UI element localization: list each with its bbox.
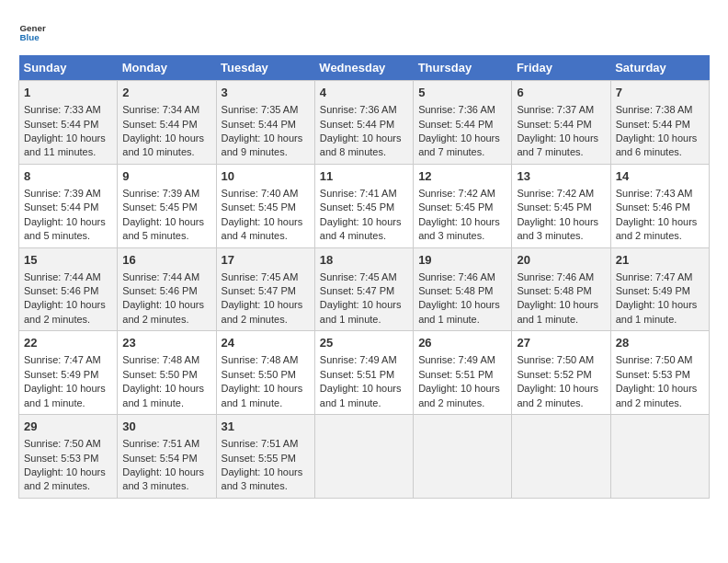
daylight: Daylight: 10 hours and 4 minutes. bbox=[222, 216, 303, 241]
header-cell-friday: Friday bbox=[512, 55, 610, 81]
sunset: Sunset: 5:48 PM bbox=[418, 285, 493, 296]
sunrise: Sunrise: 7:42 AM bbox=[517, 188, 594, 199]
day-cell: 1Sunrise: 7:33 AMSunset: 5:44 PMDaylight… bbox=[19, 81, 118, 165]
sunrise: Sunrise: 7:36 AM bbox=[320, 104, 397, 115]
day-cell: 23Sunrise: 7:48 AMSunset: 5:50 PMDayligh… bbox=[118, 331, 216, 415]
day-cell: 27Sunrise: 7:50 AMSunset: 5:52 PMDayligh… bbox=[512, 331, 610, 415]
day-cell: 10Sunrise: 7:40 AMSunset: 5:45 PMDayligh… bbox=[216, 164, 314, 247]
sunset: Sunset: 5:50 PM bbox=[122, 369, 197, 380]
week-row-1: 1Sunrise: 7:33 AMSunset: 5:44 PMDaylight… bbox=[19, 81, 710, 165]
header: General Blue bbox=[18, 18, 710, 46]
svg-text:Blue: Blue bbox=[20, 32, 40, 42]
day-number: 5 bbox=[418, 85, 506, 101]
sunset: Sunset: 5:53 PM bbox=[24, 453, 98, 464]
sunset: Sunset: 5:51 PM bbox=[320, 369, 394, 380]
sunset: Sunset: 5:46 PM bbox=[616, 201, 690, 213]
sunrise: Sunrise: 7:51 AM bbox=[122, 438, 199, 449]
day-cell: 25Sunrise: 7:49 AMSunset: 5:51 PMDayligh… bbox=[314, 331, 413, 415]
sunrise: Sunrise: 7:50 AM bbox=[616, 354, 693, 365]
day-cell: 12Sunrise: 7:42 AMSunset: 5:45 PMDayligh… bbox=[414, 164, 512, 247]
day-number: 21 bbox=[616, 252, 704, 269]
day-number: 14 bbox=[616, 168, 704, 185]
day-cell bbox=[314, 415, 413, 499]
sunrise: Sunrise: 7:51 AM bbox=[222, 438, 299, 449]
daylight: Daylight: 10 hours and 2 minutes. bbox=[616, 383, 698, 408]
header-cell-sunday: Sunday bbox=[19, 55, 118, 81]
daylight: Daylight: 10 hours and 10 minutes. bbox=[122, 132, 204, 157]
day-cell: 15Sunrise: 7:44 AMSunset: 5:46 PMDayligh… bbox=[19, 247, 118, 331]
day-number: 28 bbox=[616, 335, 704, 351]
sunset: Sunset: 5:52 PM bbox=[517, 369, 591, 380]
day-cell: 26Sunrise: 7:49 AMSunset: 5:51 PMDayligh… bbox=[414, 331, 512, 415]
svg-text:General: General bbox=[20, 23, 47, 33]
logo: General Blue bbox=[18, 18, 50, 46]
day-cell: 21Sunrise: 7:47 AMSunset: 5:49 PMDayligh… bbox=[610, 247, 709, 331]
day-number: 18 bbox=[320, 252, 408, 269]
sunrise: Sunrise: 7:47 AM bbox=[616, 271, 693, 282]
daylight: Daylight: 10 hours and 7 minutes. bbox=[517, 132, 598, 157]
sunset: Sunset: 5:45 PM bbox=[320, 201, 394, 213]
sunset: Sunset: 5:47 PM bbox=[222, 285, 296, 296]
header-cell-wednesday: Wednesday bbox=[314, 55, 413, 81]
sunrise: Sunrise: 7:35 AM bbox=[222, 104, 299, 115]
daylight: Daylight: 10 hours and 2 minutes. bbox=[517, 383, 598, 408]
header-cell-tuesday: Tuesday bbox=[216, 55, 314, 81]
day-cell: 19Sunrise: 7:46 AMSunset: 5:48 PMDayligh… bbox=[414, 247, 512, 331]
day-number: 16 bbox=[122, 252, 210, 269]
day-cell: 9Sunrise: 7:39 AMSunset: 5:45 PMDaylight… bbox=[118, 164, 216, 247]
sunset: Sunset: 5:46 PM bbox=[122, 285, 197, 296]
day-number: 4 bbox=[320, 85, 408, 101]
day-number: 2 bbox=[122, 85, 210, 101]
day-cell bbox=[414, 415, 512, 499]
sunrise: Sunrise: 7:49 AM bbox=[320, 354, 397, 365]
sunset: Sunset: 5:50 PM bbox=[222, 369, 296, 380]
daylight: Daylight: 10 hours and 2 minutes. bbox=[24, 466, 106, 491]
daylight: Daylight: 10 hours and 8 minutes. bbox=[320, 132, 402, 157]
daylight: Daylight: 10 hours and 3 minutes. bbox=[517, 216, 598, 241]
day-number: 25 bbox=[320, 335, 408, 351]
day-cell: 5Sunrise: 7:36 AMSunset: 5:44 PMDaylight… bbox=[414, 81, 512, 165]
day-cell: 14Sunrise: 7:43 AMSunset: 5:46 PMDayligh… bbox=[610, 164, 709, 247]
day-number: 29 bbox=[24, 419, 112, 435]
day-cell: 3Sunrise: 7:35 AMSunset: 5:44 PMDaylight… bbox=[216, 81, 314, 165]
week-row-4: 22Sunrise: 7:47 AMSunset: 5:49 PMDayligh… bbox=[19, 331, 710, 415]
week-row-3: 15Sunrise: 7:44 AMSunset: 5:46 PMDayligh… bbox=[19, 247, 710, 331]
sunset: Sunset: 5:45 PM bbox=[418, 201, 493, 213]
day-number: 7 bbox=[616, 85, 704, 101]
day-cell: 11Sunrise: 7:41 AMSunset: 5:45 PMDayligh… bbox=[314, 164, 413, 247]
sunset: Sunset: 5:44 PM bbox=[517, 119, 591, 130]
day-number: 23 bbox=[122, 335, 210, 351]
sunrise: Sunrise: 7:46 AM bbox=[418, 271, 495, 282]
sunset: Sunset: 5:51 PM bbox=[418, 369, 493, 380]
sunrise: Sunrise: 7:39 AM bbox=[122, 188, 199, 199]
day-cell: 31Sunrise: 7:51 AMSunset: 5:55 PMDayligh… bbox=[216, 415, 314, 499]
day-cell: 7Sunrise: 7:38 AMSunset: 5:44 PMDaylight… bbox=[610, 81, 709, 165]
day-number: 12 bbox=[418, 168, 506, 185]
day-number: 13 bbox=[517, 168, 605, 185]
daylight: Daylight: 10 hours and 6 minutes. bbox=[616, 132, 698, 157]
sunrise: Sunrise: 7:41 AM bbox=[320, 188, 397, 199]
day-cell bbox=[512, 415, 610, 499]
logo-icon: General Blue bbox=[18, 18, 46, 46]
sunset: Sunset: 5:46 PM bbox=[24, 285, 98, 296]
sunrise: Sunrise: 7:40 AM bbox=[222, 188, 299, 199]
sunrise: Sunrise: 7:44 AM bbox=[122, 271, 199, 282]
sunset: Sunset: 5:48 PM bbox=[517, 285, 591, 296]
day-number: 15 bbox=[24, 252, 112, 269]
day-number: 10 bbox=[222, 168, 310, 185]
day-cell: 28Sunrise: 7:50 AMSunset: 5:53 PMDayligh… bbox=[610, 331, 709, 415]
day-number: 20 bbox=[517, 252, 605, 269]
day-number: 6 bbox=[517, 85, 605, 101]
day-cell: 30Sunrise: 7:51 AMSunset: 5:54 PMDayligh… bbox=[118, 415, 216, 499]
daylight: Daylight: 10 hours and 2 minutes. bbox=[122, 299, 204, 324]
sunrise: Sunrise: 7:43 AM bbox=[616, 188, 693, 199]
sunrise: Sunrise: 7:38 AM bbox=[616, 104, 693, 115]
daylight: Daylight: 10 hours and 11 minutes. bbox=[24, 132, 106, 157]
sunset: Sunset: 5:54 PM bbox=[122, 453, 197, 464]
daylight: Daylight: 10 hours and 1 minute. bbox=[24, 383, 106, 408]
sunrise: Sunrise: 7:33 AM bbox=[24, 104, 101, 115]
daylight: Daylight: 10 hours and 7 minutes. bbox=[418, 132, 500, 157]
daylight: Daylight: 10 hours and 1 minute. bbox=[122, 383, 204, 408]
sunrise: Sunrise: 7:48 AM bbox=[122, 354, 199, 365]
daylight: Daylight: 10 hours and 5 minutes. bbox=[24, 216, 106, 241]
